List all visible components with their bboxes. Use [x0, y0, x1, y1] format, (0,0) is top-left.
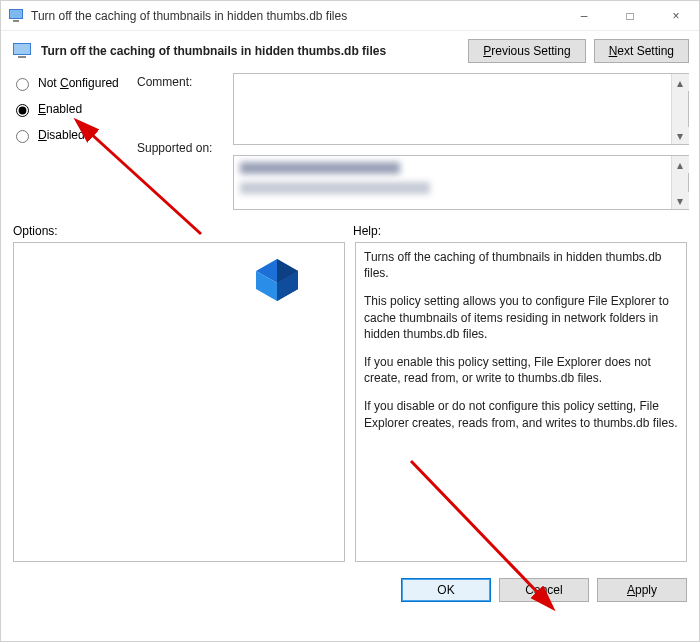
window-title: Turn off the caching of thumbnails in hi… — [31, 9, 561, 23]
header: Turn off the caching of thumbnails in hi… — [1, 31, 699, 67]
chevron-up-icon[interactable]: ▴ — [672, 74, 689, 91]
chevron-down-icon[interactable]: ▾ — [672, 192, 689, 209]
radio-enabled[interactable]: Enabled — [11, 101, 131, 117]
policy-large-icon — [11, 40, 33, 62]
supported-scrollbar[interactable]: ▴ ▾ — [671, 156, 688, 209]
cancel-button[interactable]: Cancel — [499, 578, 589, 602]
options-label: Options: — [13, 224, 353, 238]
help-paragraph: Turns off the caching of thumbnails in h… — [364, 249, 678, 281]
svg-rect-1 — [10, 10, 22, 18]
radio-not-configured[interactable]: Not Configured — [11, 75, 131, 91]
previous-setting-button[interactable]: Previous Setting — [468, 39, 585, 63]
geometric-logo-icon — [254, 257, 300, 303]
svg-rect-5 — [18, 56, 26, 58]
comment-label: Comment: — [137, 75, 192, 89]
apply-button[interactable]: Apply — [597, 578, 687, 602]
ok-button[interactable]: OK — [401, 578, 491, 602]
maximize-button[interactable]: □ — [607, 1, 653, 31]
options-pane — [13, 242, 345, 562]
radio-disabled[interactable]: Disabled — [11, 127, 131, 143]
close-button[interactable]: × — [653, 1, 699, 31]
minimize-button[interactable]: – — [561, 1, 607, 31]
comment-textbox[interactable]: ▴ ▾ — [233, 73, 689, 145]
help-label: Help: — [353, 224, 381, 238]
svg-rect-2 — [13, 20, 19, 22]
svg-rect-4 — [14, 44, 30, 54]
policy-editor-window: Turn off the caching of thumbnails in hi… — [0, 0, 700, 642]
next-setting-button[interactable]: Next Setting — [594, 39, 689, 63]
help-pane: Turns off the caching of thumbnails in h… — [355, 242, 687, 562]
supported-on-box: ▴ ▾ — [233, 155, 689, 210]
help-paragraph: This policy setting allows you to config… — [364, 293, 678, 342]
state-radio-group: Not Configured Enabled Disabled — [11, 73, 131, 210]
dialog-footer: OK Cancel Apply — [1, 570, 699, 612]
chevron-down-icon[interactable]: ▾ — [672, 127, 689, 144]
supported-on-label: Supported on: — [137, 141, 212, 155]
help-paragraph: If you disable or do not configure this … — [364, 398, 678, 430]
help-paragraph: If you enable this policy setting, File … — [364, 354, 678, 386]
policy-title: Turn off the caching of thumbnails in hi… — [41, 44, 468, 58]
chevron-up-icon[interactable]: ▴ — [672, 156, 689, 173]
policy-icon — [7, 7, 25, 25]
titlebar: Turn off the caching of thumbnails in hi… — [1, 1, 699, 31]
comment-scrollbar[interactable]: ▴ ▾ — [671, 74, 688, 144]
